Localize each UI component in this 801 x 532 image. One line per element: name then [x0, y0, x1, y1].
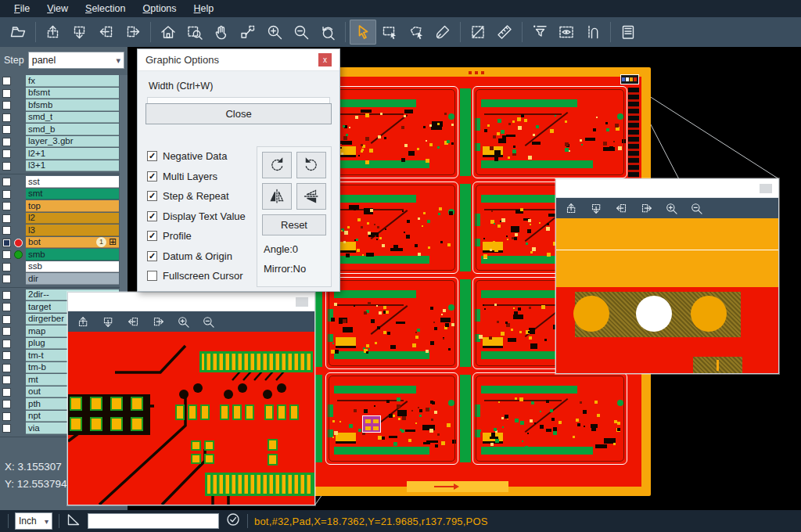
checkbox-icon[interactable]: ✓ — [147, 251, 157, 261]
checkbox-fullscreen-cursor[interactable]: Fullscreen Cursor — [147, 269, 246, 282]
menu-view[interactable]: View — [39, 2, 76, 16]
checkbox-icon[interactable]: ✓ — [147, 211, 157, 221]
open-folder-icon[interactable] — [5, 20, 31, 45]
layer-visibility-checkbox[interactable] — [2, 327, 11, 336]
close-button[interactable]: Close — [145, 103, 332, 124]
layer-visibility-checkbox[interactable] — [2, 125, 11, 134]
report-icon[interactable] — [615, 20, 641, 45]
checkbox-negative-data[interactable]: ✓Negative Data — [147, 149, 246, 163]
layer-visibility-checkbox[interactable] — [2, 226, 11, 235]
magnifier-titlebar[interactable] — [556, 179, 778, 198]
checkbox-step-repeat[interactable]: ✓Step & Repeat — [147, 189, 246, 203]
layer-visibility-checkbox[interactable] — [2, 412, 11, 421]
window-button[interactable] — [760, 184, 772, 193]
checkbox-datum-origin[interactable]: ✓Datum & Origin — [147, 250, 246, 263]
layer-name-cell[interactable]: l2 — [26, 213, 119, 225]
zoom-object-icon[interactable] — [235, 20, 261, 45]
layer-row-fx[interactable]: fx — [0, 75, 120, 88]
layer-visibility-checkbox[interactable] — [2, 400, 11, 408]
checkbox-icon[interactable]: ✓ — [147, 151, 157, 161]
home-view-icon[interactable] — [155, 20, 181, 45]
rotate-ccw-button[interactable] — [296, 152, 326, 178]
layer-row-bfsmb[interactable]: bfsmb — [0, 99, 120, 112]
layer-row-dir[interactable]: dir — [0, 273, 120, 286]
layer-row-smb[interactable]: smb — [0, 249, 120, 261]
select-arrow-icon[interactable] — [350, 20, 376, 45]
shift-right-icon[interactable] — [636, 199, 656, 217]
view-box-icon[interactable] — [553, 20, 580, 45]
angle-measure-icon[interactable] — [66, 512, 81, 530]
snap-icon[interactable] — [580, 20, 606, 45]
menu-help[interactable]: Help — [186, 2, 222, 16]
shift-down-icon[interactable] — [586, 199, 606, 217]
rotate-cw-button[interactable] — [262, 152, 292, 178]
grid-icon[interactable]: ⊞ — [109, 237, 117, 246]
layer-row-sst[interactable]: sst — [0, 176, 120, 189]
layer-visibility-checkbox[interactable] — [2, 239, 11, 247]
checkbox-display-text-value[interactable]: ✓Display Text Value — [147, 210, 246, 223]
shift-left-icon[interactable] — [611, 199, 631, 217]
checkbox-icon[interactable] — [147, 271, 157, 281]
layer-visibility-checkbox[interactable] — [2, 340, 11, 348]
zoom-window-icon[interactable] — [181, 20, 208, 45]
layer-name-cell[interactable]: top — [26, 200, 119, 212]
layer-row-smt[interactable]: smt — [0, 189, 120, 201]
layer-name-cell[interactable]: ssb — [26, 261, 119, 273]
zoom-previous-icon[interactable] — [314, 20, 341, 45]
layer-name-cell[interactable]: fx — [26, 75, 119, 87]
magnifier-window-left[interactable] — [67, 292, 315, 505]
layer-visibility-checkbox[interactable] — [2, 178, 11, 186]
menu-options[interactable]: Options — [135, 2, 184, 16]
shift-up-icon[interactable] — [40, 20, 66, 45]
layer-visibility-checkbox[interactable] — [2, 214, 11, 223]
layer-visibility-checkbox[interactable] — [2, 291, 11, 300]
pan-hand-icon[interactable] — [208, 20, 235, 45]
magnifier-view-pads[interactable] — [556, 218, 778, 373]
ruler-icon[interactable] — [491, 20, 518, 45]
brush-tool-icon[interactable] — [429, 20, 456, 45]
unit-dropdown[interactable]: Inch ▾ — [15, 512, 52, 530]
zoom-out-icon[interactable] — [686, 199, 706, 217]
layer-visibility-checkbox[interactable] — [2, 77, 11, 85]
mirror-horizontal-button[interactable] — [262, 183, 292, 210]
layer-visibility-checkbox[interactable] — [2, 149, 11, 158]
layer-visibility-checkbox[interactable] — [2, 376, 11, 384]
layer-row-smd-t[interactable]: smd_t — [0, 112, 120, 124]
layer-row-bfsmt[interactable]: bfsmt — [0, 88, 120, 100]
layer-visibility-checkbox[interactable] — [2, 190, 11, 199]
apply-check-icon[interactable] — [225, 512, 241, 530]
close-icon[interactable]: x — [318, 53, 332, 66]
shift-up-icon[interactable] — [73, 312, 93, 331]
layer-row-bot[interactable]: bot1⊞ — [0, 237, 120, 250]
magnifier-titlebar[interactable] — [68, 293, 314, 311]
zoom-in-icon[interactable] — [173, 312, 193, 331]
layer-row-top[interactable]: top — [0, 200, 120, 213]
layer-visibility-checkbox[interactable] — [2, 89, 11, 98]
magnifier-view-traces[interactable] — [68, 332, 314, 505]
layer-visibility-checkbox[interactable] — [2, 113, 11, 122]
layer-row-ssb[interactable]: ssb — [0, 261, 120, 274]
zoom-in-icon[interactable] — [261, 20, 288, 45]
zoom-in-icon[interactable] — [661, 199, 681, 217]
checkbox-profile[interactable]: ✓Profile — [147, 229, 246, 243]
layer-name-cell[interactable]: smd_t — [26, 112, 119, 124]
shift-left-icon[interactable] — [93, 20, 120, 45]
layer-name-cell[interactable]: l3+1 — [26, 160, 119, 172]
mirror-vertical-button[interactable] — [296, 183, 326, 210]
shift-left-icon[interactable] — [123, 312, 143, 331]
layer-visibility-checkbox[interactable] — [2, 138, 11, 146]
layer-visibility-checkbox[interactable] — [2, 424, 11, 433]
layer-name-cell[interactable]: l2+1 — [26, 148, 119, 160]
dialog-titlebar[interactable]: Graphic Options x — [138, 49, 339, 71]
layer-name-cell[interactable]: layer_3.gbr — [26, 136, 119, 148]
layer-name-cell[interactable]: smd_b — [26, 124, 119, 135]
window-button[interactable] — [296, 297, 308, 307]
checkbox-multi-layers[interactable]: ✓Multi Layers — [147, 170, 246, 183]
layer-row-layer-3-gbr[interactable]: layer_3.gbr — [0, 136, 120, 149]
measure-distance-icon[interactable] — [465, 20, 491, 45]
layer-visibility-checkbox[interactable] — [2, 364, 11, 372]
layer-name-cell[interactable]: sst — [26, 176, 119, 188]
layer-visibility-checkbox[interactable] — [2, 250, 11, 259]
layer-row-l3[interactable]: l3 — [0, 225, 120, 237]
reset-button[interactable]: Reset — [262, 214, 326, 235]
